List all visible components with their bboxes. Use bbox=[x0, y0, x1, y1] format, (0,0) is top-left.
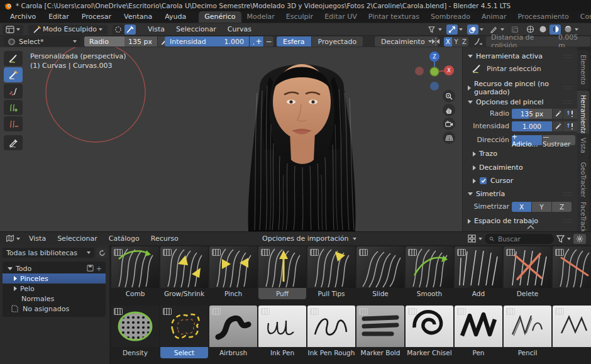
panel-stroke[interactable]: Trazo bbox=[463, 148, 577, 159]
menu-curvas[interactable]: Curvas bbox=[222, 25, 257, 33]
panel-workspace[interactable]: Espacio de trabajo :::: bbox=[463, 216, 577, 226]
menu-editar[interactable]: Editar bbox=[42, 11, 75, 23]
mode-dropdown[interactable]: Modo Esculpido bbox=[28, 25, 108, 35]
paint-toggle-button[interactable] bbox=[124, 25, 136, 35]
brush-card-pull-tips[interactable]: Pull Tips bbox=[307, 246, 355, 299]
brush-card-pinch[interactable]: Pinch bbox=[209, 246, 257, 299]
brush-card-add[interactable]: Add bbox=[455, 246, 502, 299]
symmetry-y-button[interactable]: Y bbox=[452, 37, 460, 47]
symmetry-x-button[interactable]: X bbox=[444, 37, 452, 47]
brush-card-select[interactable]: Select bbox=[160, 306, 208, 358]
tab-geotracker[interactable]: GeoTracker bbox=[577, 158, 589, 202]
tab-elemento[interactable]: Elemento bbox=[577, 50, 589, 89]
tab-modelar[interactable]: Modelar bbox=[241, 11, 280, 23]
brush-card-pen[interactable]: Pen bbox=[455, 306, 502, 358]
brush-card-ink-pen-rough[interactable]: Ink Pen Rough bbox=[307, 306, 355, 358]
tab-esculpir[interactable]: Esculpir bbox=[280, 11, 319, 23]
tab-herramienta[interactable]: Herramienta bbox=[577, 91, 589, 139]
menu-vista[interactable]: Vista bbox=[23, 234, 52, 243]
panel-cursor[interactable]: Cursor bbox=[463, 175, 577, 186]
unified-strength-toggle[interactable] bbox=[563, 121, 577, 131]
symmetrize-x-button[interactable]: X bbox=[512, 202, 531, 212]
tab-vista[interactable]: Vista bbox=[577, 133, 589, 158]
brush-card-marker-chisel[interactable]: Marker Chisel bbox=[406, 306, 453, 358]
panel-symmetry[interactable]: Simetría :::: bbox=[463, 189, 577, 199]
mask-toggle-button[interactable] bbox=[113, 25, 124, 35]
menu-procesar[interactable]: Procesar bbox=[75, 11, 118, 23]
panel-brush-asset[interactable]: Recurso de pincel (no guardado) :::: bbox=[463, 82, 577, 93]
radius-slider[interactable]: 135 px bbox=[512, 109, 552, 119]
tree-item-normales[interactable]: Normales bbox=[3, 294, 106, 304]
3d-viewport[interactable]: Personalizada (perspectiva) (1) Curvas |… bbox=[0, 47, 462, 231]
brush-card-partial[interactable] bbox=[553, 246, 591, 288]
menu-ventana[interactable]: Ventana bbox=[118, 11, 158, 23]
brush-card-puff[interactable]: Puff bbox=[258, 246, 306, 299]
scroll-up-hint-icon[interactable] bbox=[527, 225, 534, 229]
navigation-gizmo[interactable]: Z X bbox=[412, 49, 457, 91]
filter-funnel-icon[interactable] bbox=[556, 235, 565, 243]
brush-card-comb[interactable]: Comb bbox=[111, 246, 159, 299]
strength-slider[interactable]: 1.000 bbox=[512, 121, 552, 131]
editor-type-button[interactable] bbox=[3, 234, 23, 244]
falloff-sphere-button[interactable]: Esfera bbox=[277, 36, 311, 47]
tab-facetracker[interactable]: FaceTracker bbox=[577, 197, 589, 231]
panel-active-tool[interactable]: Herramienta activa :::: bbox=[463, 51, 577, 62]
unified-radius-toggle[interactable] bbox=[563, 109, 577, 119]
falloff-dropdown[interactable]: Decaimiento bbox=[375, 36, 438, 47]
tool-add-button[interactable] bbox=[4, 100, 23, 115]
tree-item-todo[interactable]: Todo + bbox=[3, 263, 106, 273]
brush-select-dropdown[interactable]: Select* bbox=[4, 36, 80, 47]
radius-pressure-button[interactable] bbox=[553, 109, 563, 119]
strength-pressure-button[interactable] bbox=[553, 121, 563, 131]
tab-procesamiento[interactable]: Procesamiento bbox=[512, 11, 574, 23]
tree-item-no-asignados[interactable]: No asignados bbox=[3, 304, 106, 314]
editor-type-button[interactable] bbox=[3, 25, 23, 35]
strength-slider[interactable]: Intensidad 1.000 bbox=[165, 36, 249, 47]
tool-delete-button[interactable] bbox=[4, 116, 23, 131]
menu-archivo[interactable]: Archivo bbox=[4, 11, 42, 23]
zoom-button[interactable] bbox=[443, 90, 455, 102]
brush-card-airbrush[interactable]: Airbrush bbox=[209, 306, 257, 358]
menu-recurso[interactable]: Recurso bbox=[145, 234, 184, 243]
menu-catalogo[interactable]: Catálogo bbox=[103, 234, 145, 243]
search-input[interactable] bbox=[497, 234, 550, 243]
camera-view-button[interactable] bbox=[443, 118, 455, 130]
cursor-checkbox[interactable] bbox=[480, 177, 487, 184]
refresh-library-button[interactable] bbox=[96, 248, 108, 258]
symmetrize-y-button[interactable]: Y bbox=[532, 202, 551, 212]
brush-card-marker-bold[interactable]: Marker Bold bbox=[356, 306, 404, 358]
brush-card-pencil[interactable]: Pencil bbox=[504, 306, 551, 358]
tab-pintar-texturas[interactable]: Pintar texturas bbox=[363, 11, 425, 23]
brush-card-ink-pen[interactable]: Ink Pen bbox=[258, 306, 306, 358]
brush-card-slide[interactable]: Slide bbox=[356, 246, 404, 299]
add-catalog-icon[interactable]: + bbox=[96, 265, 102, 273]
brush-card-grow-shrink[interactable]: Grow/Shrink bbox=[160, 246, 208, 299]
brush-card-partial[interactable] bbox=[553, 306, 591, 347]
menu-seleccionar[interactable]: Seleccionar bbox=[170, 25, 222, 33]
tool-draw-button[interactable] bbox=[4, 135, 23, 150]
radius-slider[interactable]: Radio 135 px bbox=[84, 36, 157, 47]
tab-generico[interactable]: Genérico bbox=[199, 11, 241, 23]
active-tool-row[interactable]: Pintar selección bbox=[463, 63, 577, 74]
panel-brush-options[interactable]: Opciones del pincel :::: bbox=[463, 97, 577, 108]
tool-comb-button[interactable] bbox=[4, 67, 23, 82]
grid-view-icon[interactable] bbox=[468, 234, 476, 243]
perspective-toggle-button[interactable] bbox=[443, 131, 455, 144]
brush-card-smooth[interactable]: Smooth bbox=[406, 246, 453, 299]
tree-item-pinceles[interactable]: Pinceles bbox=[3, 273, 106, 284]
tree-item-pelo[interactable]: Pelo bbox=[3, 284, 106, 294]
tab-componer[interactable]: Componer bbox=[575, 11, 591, 23]
import-options-dropdown[interactable]: Opciones de importación bbox=[257, 234, 362, 244]
tab-animar[interactable]: Animar bbox=[476, 11, 512, 23]
library-dropdown[interactable]: Todas las bibliotecas bbox=[3, 248, 94, 258]
save-catalog-icon[interactable] bbox=[87, 265, 94, 272]
direction-add-button[interactable]: + bbox=[254, 36, 263, 47]
brush-card-delete[interactable]: Delete bbox=[504, 246, 551, 299]
falloff-projected-button[interactable]: Proyectado bbox=[312, 36, 363, 47]
menu-ayuda[interactable]: Ayuda bbox=[158, 11, 192, 23]
settings-button[interactable] bbox=[573, 234, 586, 244]
menu-vista[interactable]: Vista bbox=[142, 25, 170, 33]
tool-density-button[interactable] bbox=[4, 84, 23, 99]
symmetrize-z-button[interactable]: Z bbox=[552, 202, 572, 212]
direction-add-button[interactable]: + Adicio... bbox=[512, 135, 542, 145]
